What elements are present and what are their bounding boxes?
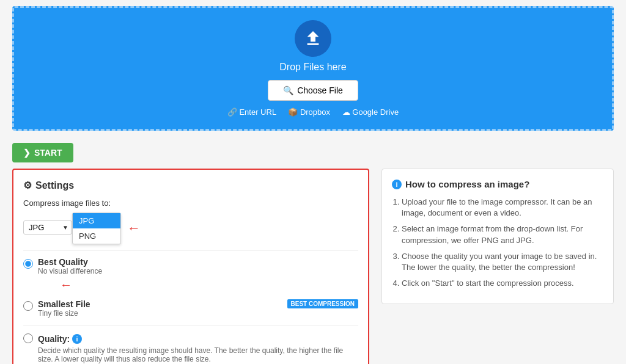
best-quality-option: Best Quality No visual difference — [23, 257, 358, 275]
best-quality-radio[interactable] — [23, 259, 33, 269]
dropdown-item-jpg[interactable]: JPG — [73, 213, 120, 228]
best-quality-desc: No visual difference — [38, 267, 358, 275]
upload-area: Drop Files here 🔍 Choose File 🔗 Enter UR… — [12, 6, 614, 131]
quality-option: Quality: i Decide which quality the resu… — [23, 332, 358, 364]
dropdown-item-png[interactable]: PNG — [73, 228, 120, 244]
main-content: ⚙ Settings Compress image files to: JPG … — [12, 169, 614, 364]
smallest-file-content: Smallest File Tiny file size — [38, 299, 282, 318]
smallest-file-option: Smallest File Tiny file size BEST COMPRE… — [23, 299, 358, 318]
how-to-step-2: Select an image format from the drop-dow… — [402, 224, 603, 246]
upload-svg — [303, 29, 323, 48]
divider-2 — [23, 325, 358, 326]
how-to-list: Upload your file to the image compressor… — [392, 197, 603, 289]
format-select[interactable]: JPG PNG — [23, 220, 72, 235]
arrow-to-smallest: ← — [60, 278, 395, 292]
how-to-info-icon: i — [392, 180, 402, 189]
best-compression-badge: BEST COMPRESSION — [287, 299, 358, 308]
quality-desc: Decide which quality the resulting image… — [38, 346, 358, 363]
upload-links: 🔗 Enter URL 📦 Dropbox ☁ Google Drive — [26, 107, 600, 117]
smallest-file-radio[interactable] — [23, 301, 33, 311]
dropbox-icon: 📦 — [288, 107, 298, 117]
format-dropdown-menu: JPG PNG — [72, 213, 121, 244]
divider-1 — [23, 250, 358, 251]
dropbox-link[interactable]: 📦 Dropbox — [288, 107, 332, 117]
settings-title: ⚙ Settings — [23, 180, 358, 191]
search-icon: 🔍 — [283, 86, 293, 95]
format-select-wrapper: JPG PNG ▼ — [23, 220, 72, 235]
how-to-step-3: Choose the quality you want your image t… — [402, 251, 603, 273]
quality-title: Quality: i — [38, 334, 358, 344]
google-drive-link[interactable]: ☁ Google Drive — [342, 107, 399, 117]
smallest-file-title: Smallest File — [38, 299, 282, 309]
how-to-step-1: Upload your file to the image compressor… — [402, 197, 603, 219]
best-quality-content: Best Quality No visual difference — [38, 257, 358, 275]
how-to-panel: i How to compress an image? Upload your … — [381, 169, 614, 304]
best-quality-title: Best Quality — [38, 257, 358, 267]
choose-file-label: Choose File — [297, 86, 343, 95]
info-icon: i — [72, 334, 82, 344]
choose-file-button[interactable]: 🔍 Choose File — [268, 80, 358, 101]
gear-icon: ⚙ — [23, 180, 32, 191]
compress-label: Compress image files to: — [23, 198, 358, 208]
quality-content: Quality: i Decide which quality the resu… — [38, 334, 358, 364]
enter-url-link[interactable]: 🔗 Enter URL — [227, 107, 278, 117]
drop-text: Drop Files here — [26, 62, 600, 73]
upload-icon — [295, 20, 331, 57]
link-icon: 🔗 — [227, 107, 237, 117]
quality-radio[interactable] — [23, 333, 33, 343]
arrow-indicator: ← — [127, 220, 141, 236]
settings-panel: ⚙ Settings Compress image files to: JPG … — [12, 169, 369, 364]
cloud-icon: ☁ — [342, 107, 350, 117]
how-to-step-4: Click on "Start" to start the compressio… — [402, 278, 603, 289]
format-row: JPG PNG ▼ JPG PNG ← — [23, 213, 358, 244]
how-to-title: i How to compress an image? — [392, 179, 603, 189]
start-button-top[interactable]: ❯ START — [12, 143, 73, 162]
chevron-right-icon: ❯ — [23, 148, 31, 158]
smallest-file-desc: Tiny file size — [38, 309, 282, 318]
